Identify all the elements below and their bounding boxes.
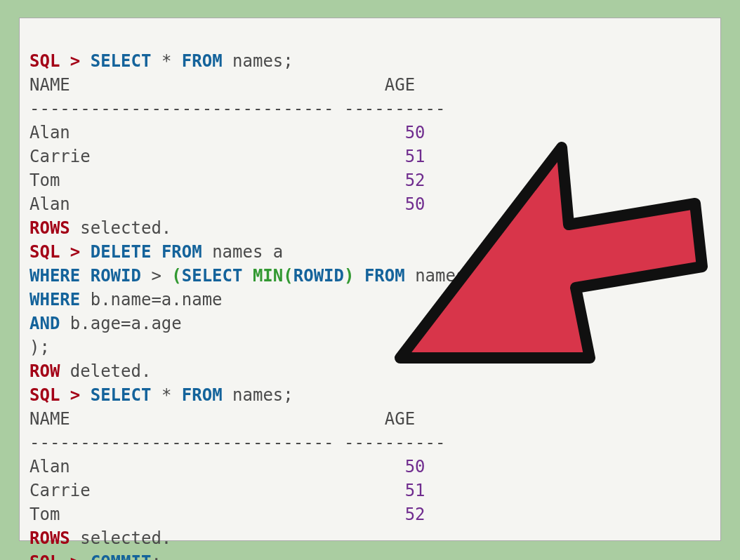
row-name: Carrie	[29, 481, 91, 500]
open-paren: (	[171, 266, 181, 286]
semicolon: ;	[283, 51, 293, 71]
open-paren: (	[283, 266, 293, 286]
row-age: 50	[405, 457, 425, 476]
sql-prompt: SQL	[29, 552, 60, 560]
prompt-gt: >	[70, 242, 80, 262]
kw-from: FROM	[182, 385, 223, 405]
kw-rows: ROWS	[29, 218, 70, 238]
prompt-gt: >	[70, 385, 80, 405]
kw-select: SELECT	[182, 266, 243, 286]
star: *	[161, 385, 171, 405]
row-name: Alan	[29, 123, 70, 142]
col-age: AGE	[385, 75, 415, 95]
col-name: NAME	[29, 409, 70, 429]
row-name: Alan	[29, 457, 70, 476]
sql-prompt: SQL	[29, 51, 60, 71]
star: *	[161, 51, 171, 71]
divider-line: ------------------------------ ---------…	[29, 433, 445, 453]
kw-where: WHERE	[29, 290, 80, 309]
kw-where: WHERE	[29, 266, 80, 286]
kw-and: AND	[29, 314, 60, 333]
row-name: Tom	[29, 171, 60, 190]
selected-text: selected.	[80, 528, 171, 548]
col-name: NAME	[29, 75, 70, 95]
sql-terminal-output: SQL > SELECT * FROM names; NAME AGE ----…	[19, 18, 721, 541]
selected-text: selected.	[80, 218, 171, 238]
gt-operator: >	[151, 266, 161, 286]
sql-prompt: SQL	[29, 242, 60, 262]
table-names: names	[232, 385, 283, 405]
row-age: 51	[405, 147, 425, 166]
kw-row: ROW	[29, 361, 60, 381]
row-age: 52	[405, 505, 425, 524]
row-age: 50	[405, 194, 425, 214]
deleted-text: deleted.	[70, 361, 152, 381]
semicolon: ;	[151, 552, 161, 560]
kw-from: FROM	[182, 51, 223, 71]
row-age: 52	[405, 171, 425, 190]
table-names: names	[232, 51, 283, 71]
row-name: Alan	[29, 194, 70, 214]
table-names-a: names a	[212, 242, 283, 262]
kw-rowid: ROWID	[91, 266, 141, 286]
row-name: Carrie	[29, 147, 91, 166]
close-paren: )	[344, 266, 354, 286]
kw-select: SELECT	[91, 51, 152, 71]
kw-from: FROM	[161, 242, 202, 262]
kw-delete: DELETE	[91, 242, 152, 262]
kw-rowid: ROWID	[293, 266, 344, 286]
fn-min: MIN	[253, 266, 283, 286]
row-name: Tom	[29, 505, 60, 524]
close-stmt: );	[29, 338, 50, 357]
condition-text: b.name=a.name	[91, 290, 223, 309]
condition-text: b.age=a.age	[70, 314, 182, 333]
prompt-gt: >	[70, 552, 80, 560]
col-age: AGE	[385, 409, 415, 429]
kw-select: SELECT	[91, 385, 152, 405]
sql-prompt: SQL	[29, 385, 60, 405]
prompt-gt: >	[70, 51, 80, 71]
kw-rows: ROWS	[29, 528, 70, 548]
kw-from: FROM	[364, 266, 405, 286]
table-names-b: names b	[415, 266, 486, 286]
row-age: 50	[405, 123, 425, 142]
divider-line: ------------------------------ ---------…	[29, 99, 445, 119]
kw-commit: COMMIT	[91, 552, 152, 560]
row-age: 51	[405, 481, 425, 500]
semicolon: ;	[283, 385, 293, 405]
